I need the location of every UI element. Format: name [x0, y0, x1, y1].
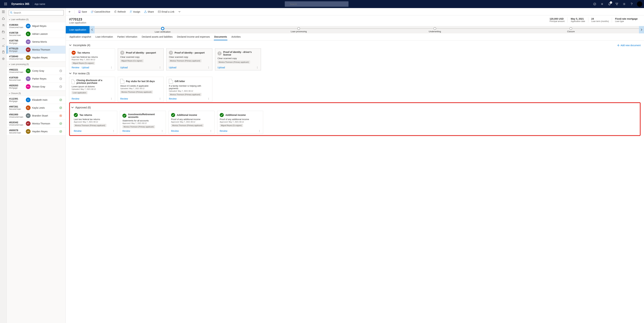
review-link[interactable]: Review: [72, 97, 79, 100]
review-link[interactable]: Review: [171, 130, 179, 132]
file-icon: [120, 79, 124, 84]
stage-verification[interactable]: Loan verification: [94, 27, 231, 33]
card-overflow-icon[interactable]: ⋮: [161, 130, 163, 132]
collapse-icon[interactable]: [71, 107, 74, 108]
group-header-closure[interactable]: ▾Closure (5): [7, 91, 66, 96]
avatar: RG: [26, 84, 30, 89]
list-row[interactable]: #197765Mortgage SMSerena Morris: [7, 38, 66, 46]
chart-icon[interactable]: [1, 43, 6, 48]
current-stage[interactable]: Loan application: [66, 26, 90, 34]
collapse-icon[interactable]: [69, 45, 72, 46]
add-document-button[interactable]: Add new document: [617, 44, 641, 47]
home-icon[interactable]: [1, 16, 6, 21]
card-overflow-icon[interactable]: ⋮: [208, 97, 210, 100]
card-overflow-icon[interactable]: ⋮: [112, 130, 115, 132]
card-overflow-icon[interactable]: ⋮: [159, 97, 161, 100]
list-row[interactable]: #829263Mortgage RGRowan Gray: [7, 83, 66, 91]
card-meta: Uploaded: May 7, 2021 00:12: [120, 88, 161, 90]
add-icon[interactable]: [599, 1, 606, 8]
back-button[interactable]: [67, 9, 72, 15]
stage-prev-button[interactable]: [90, 26, 94, 34]
settings-icon[interactable]: [621, 1, 628, 8]
list-row[interactable]: #600078Secured loan HRHayden Reyes: [7, 128, 66, 135]
row-name: Rowan Gray: [32, 85, 45, 88]
share-button[interactable]: Share: [142, 9, 156, 15]
list-search-input[interactable]: [9, 10, 64, 16]
list-row[interactable]: #197630Secured loan PRParker Reyes: [7, 75, 66, 83]
group-header-verification[interactable]: ▾Loan verification (5): [7, 17, 66, 22]
stage-next-button[interactable]: [639, 26, 644, 34]
card-meta: Uploaded: May 7, 2021 00:12: [72, 88, 112, 90]
stage-processing[interactable]: Loan processing: [230, 27, 367, 33]
upload-link[interactable]: Upload: [169, 66, 176, 69]
list-row[interactable]: #728940Unsecured loan HRHayden Reyes: [7, 54, 66, 62]
tab-assets[interactable]: Declared assets and liabilities: [142, 34, 173, 40]
list-row[interactable]: #770123Mortgage MTMonica Thomson: [7, 46, 66, 54]
tab-income[interactable]: Declared income and expenses: [176, 34, 210, 40]
row-name: Adrian Lawson: [32, 33, 48, 35]
gear-icon[interactable]: [1, 56, 6, 62]
row-id: #982221: [9, 68, 26, 71]
card-desc: If a family member is helping with payme…: [169, 85, 210, 90]
row-id: #197765: [9, 39, 26, 42]
svg-rect-24: [2, 51, 4, 53]
list-row[interactable]: #997261Secured loan KLKayla Lewis: [7, 104, 66, 112]
stage-underwriting[interactable]: Underwriting: [367, 27, 503, 33]
upload-link[interactable]: Upload: [120, 66, 128, 69]
notifications-icon[interactable]: !: [606, 1, 613, 8]
tab-snapshot[interactable]: Application snapshot: [69, 34, 92, 40]
tab-activities[interactable]: Activities: [231, 34, 241, 40]
row-status-icon: [58, 77, 63, 80]
pending-icon: ?: [169, 51, 173, 55]
svg-rect-47: [79, 11, 80, 12]
card-overflow-icon[interactable]: ⋮: [256, 66, 258, 69]
tab-documents[interactable]: Documents: [214, 34, 227, 40]
card-overflow-icon[interactable]: ⋮: [208, 66, 210, 69]
tab-parties[interactable]: Parties' information: [117, 34, 138, 40]
user-avatar[interactable]: [637, 1, 642, 7]
list-row[interactable]: #819342Unsecured loan MTMonica Thomson: [7, 120, 66, 128]
card-overflow-icon[interactable]: ⋮: [258, 130, 260, 132]
list-row[interactable]: #982221Unsecured loan CGCorey Gray: [7, 67, 66, 75]
filter-icon[interactable]: [614, 1, 620, 8]
upload-link[interactable]: Upload: [82, 66, 89, 69]
task-icon[interactable]: [591, 1, 598, 8]
cancel-button[interactable]: Cancel/Archive: [90, 9, 112, 15]
assign-button[interactable]: Assign: [128, 9, 142, 15]
card-overflow-icon[interactable]: ⋮: [159, 66, 161, 69]
tab-loan-info[interactable]: Loan information: [95, 34, 113, 40]
card-meta: Approved: May 7, 2021 00:12: [74, 121, 115, 123]
help-icon[interactable]: [628, 1, 635, 8]
hamburger-icon[interactable]: [1, 9, 6, 15]
global-search-input[interactable]: [285, 1, 348, 7]
app-name-label[interactable]: App name: [34, 3, 45, 5]
review-link[interactable]: Review: [122, 130, 130, 132]
clipboard-icon[interactable]: [1, 49, 6, 55]
people-icon[interactable]: [1, 23, 6, 28]
dashboard-icon[interactable]: [1, 36, 6, 41]
save-button[interactable]: Save: [77, 9, 89, 15]
upload-link[interactable]: Upload: [218, 66, 225, 69]
review-link[interactable]: Review: [74, 130, 82, 132]
stage-closure[interactable]: Closure: [503, 27, 639, 33]
card-overflow-icon[interactable]: ⋮: [210, 130, 212, 132]
card-overflow-icon[interactable]: ⋮: [110, 66, 112, 69]
review-link[interactable]: Review: [220, 130, 228, 132]
refresh-button[interactable]: Refresh: [112, 9, 128, 15]
review-link[interactable]: Review: [72, 66, 79, 69]
card-tag: Monica Thomson (Primary applicant): [120, 91, 153, 94]
top-nav-bar: Dynamics 365 App name !: [0, 0, 644, 8]
list-row[interactable]: #561900Unsecured loan BSBrandon Stuart: [7, 112, 66, 120]
list-row[interactable]: #112391Mortgage EIElizabeth Irwin: [7, 96, 66, 104]
list-row[interactable]: #106728Secured loan ALAdrian Lawson: [7, 30, 66, 38]
review-link[interactable]: Review: [169, 97, 176, 100]
overflow-button[interactable]: [177, 9, 182, 15]
review-link[interactable]: Review: [120, 97, 128, 100]
collapse-icon[interactable]: [69, 73, 72, 74]
folder-icon[interactable]: [1, 29, 6, 35]
list-row[interactable]: #198364Unsecured loan MRMiguel Reyes: [7, 22, 66, 30]
email-link-button[interactable]: Email a Link: [156, 9, 176, 15]
card-overflow-icon[interactable]: ⋮: [110, 97, 112, 100]
group-header-processing[interactable]: ▾Loan processing (3): [7, 62, 66, 67]
app-launcher-icon[interactable]: [2, 3, 10, 5]
